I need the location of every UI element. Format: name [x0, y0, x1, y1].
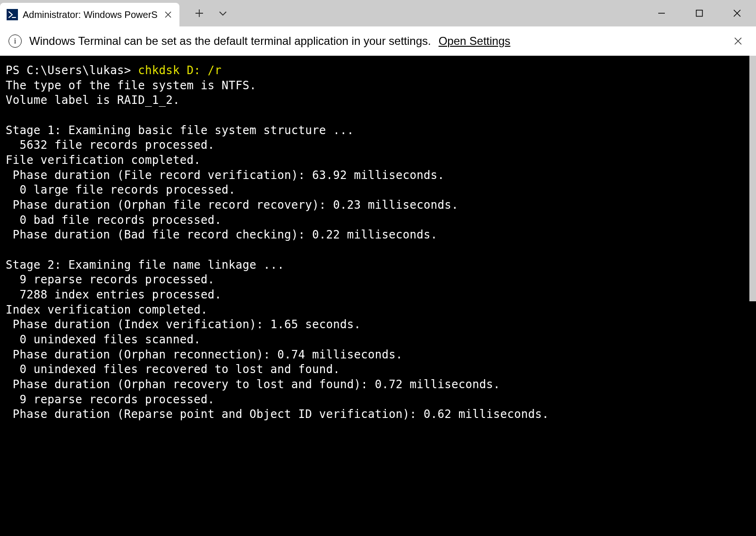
- terminal-line: 0 bad file records processed.: [6, 213, 221, 227]
- close-window-button[interactable]: [718, 0, 756, 26]
- scrollbar-vertical[interactable]: [749, 56, 756, 301]
- terminal-line: Phase duration (Index verification): 1.6…: [6, 318, 361, 331]
- terminal-line: Stage 2: Examining file name linkage ...: [6, 258, 284, 272]
- open-settings-link[interactable]: Open Settings: [439, 34, 510, 48]
- info-bar: i Windows Terminal can be set as the def…: [0, 26, 756, 56]
- terminal-output[interactable]: PS C:\Users\lukas> chkdsk D: /r The type…: [0, 56, 756, 536]
- tab-actions: [189, 3, 233, 24]
- terminal-line: The type of the file system is NTFS.: [6, 79, 256, 92]
- terminal-line: 7288 index entries processed.: [6, 288, 221, 301]
- minimize-button[interactable]: [643, 0, 680, 26]
- terminal-line: 5632 file records processed.: [6, 138, 214, 152]
- terminal-line: 9 reparse records processed.: [6, 393, 214, 406]
- tab-close-button[interactable]: [162, 9, 174, 20]
- terminal-line: 9 reparse records processed.: [6, 273, 214, 286]
- terminal-line: Phase duration (File record verification…: [6, 169, 444, 182]
- terminal-prompt: PS C:\Users\lukas>: [6, 64, 138, 77]
- terminal-line: 0 unindexed files recovered to lost and …: [6, 363, 340, 376]
- terminal-command: chkdsk D: /r: [138, 64, 221, 77]
- terminal-line: Phase duration (Orphan recovery to lost …: [6, 378, 500, 391]
- title-bar: Administrator: Windows PowerS: [0, 0, 756, 26]
- new-tab-button[interactable]: [189, 3, 210, 24]
- powershell-icon: [7, 9, 18, 20]
- terminal-line: 0 large file records processed.: [6, 183, 236, 196]
- info-icon: i: [8, 34, 22, 48]
- terminal-line: Volume label is RAID_1_2.: [6, 94, 180, 107]
- terminal-line: Phase duration (Bad file record checking…: [6, 228, 437, 241]
- terminal-line: Index verification completed.: [6, 303, 208, 316]
- terminal-line: Phase duration (Orphan file record recov…: [6, 198, 459, 212]
- terminal-line: Phase duration (Orphan reconnection): 0.…: [6, 348, 403, 361]
- svg-rect-0: [697, 10, 703, 17]
- window-controls: [643, 0, 756, 26]
- info-message: Windows Terminal can be set as the defau…: [29, 34, 431, 48]
- terminal-line: Stage 1: Examining basic file system str…: [6, 124, 354, 137]
- tab-active[interactable]: Administrator: Windows PowerS: [0, 3, 179, 26]
- maximize-button[interactable]: [680, 0, 718, 26]
- tab-dropdown-button[interactable]: [212, 3, 233, 24]
- terminal-line: 0 unindexed files scanned.: [6, 333, 201, 346]
- tab-title: Administrator: Windows PowerS: [23, 9, 158, 20]
- terminal-line: Phase duration (Reparse point and Object…: [6, 408, 549, 421]
- info-close-button[interactable]: [729, 32, 748, 51]
- terminal-line: File verification completed.: [6, 153, 201, 167]
